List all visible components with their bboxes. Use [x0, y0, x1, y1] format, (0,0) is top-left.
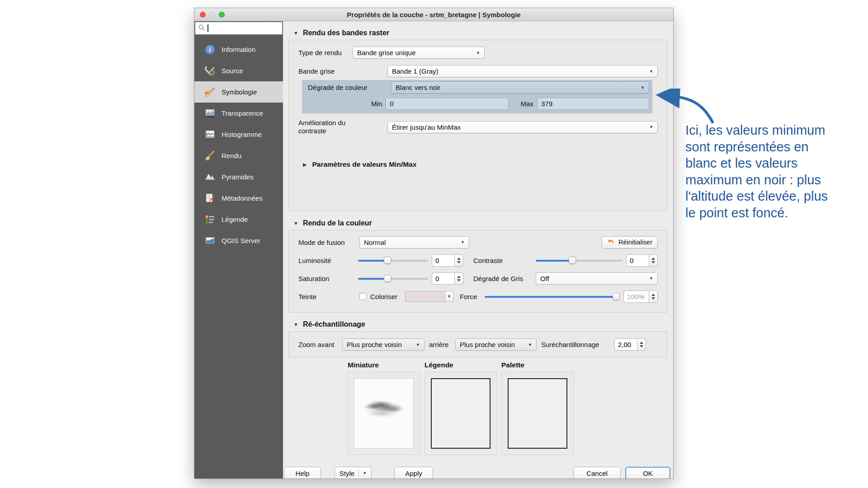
apply-button[interactable]: Apply [394, 467, 433, 479]
brightness-slider[interactable] [358, 257, 428, 264]
stepper-down-icon[interactable] [640, 345, 643, 347]
saturation-slider[interactable] [358, 275, 428, 282]
slider-handle[interactable] [613, 293, 620, 300]
contrast-spinner[interactable]: 0 [626, 254, 658, 267]
annotation-text: Ici, les valeurs minimum sont représenté… [685, 122, 828, 221]
resampling-row: Zoom avant Plus proche voisin ▼ arrière … [298, 338, 658, 351]
thumbnail-box [348, 372, 420, 455]
contrast-slider[interactable] [536, 257, 623, 264]
blend-mode-label: Mode de fusion [298, 239, 359, 246]
max-value: 379 [541, 100, 552, 108]
sidebar: i Information Source Symbologie [194, 21, 283, 479]
sidebar-item-rendu[interactable]: Rendu [194, 145, 283, 166]
degrade-couleur-label: Dégradé de couleur [308, 84, 391, 91]
minmax-params-header[interactable]: ▶ Paramètres de valeurs Min/Max [303, 160, 658, 169]
stepper-up-icon[interactable] [457, 276, 461, 278]
document-pencil-icon [204, 193, 215, 204]
annotation-line: l'altitude est élevée, plus [685, 188, 828, 205]
sidebar-item-histogramme[interactable]: Histogramme [194, 124, 283, 145]
info-icon: i [204, 44, 215, 55]
degrade-couleur-select[interactable]: Blanc vers noir ▼ [391, 81, 649, 94]
zoom-in-select[interactable]: Plus proche voisin ▼ [342, 338, 425, 351]
sidebar-item-information[interactable]: i Information [194, 39, 283, 60]
min-input[interactable]: 0 [386, 98, 509, 110]
slider-handle[interactable] [569, 257, 576, 264]
minimize-button[interactable] [209, 12, 215, 18]
type-de-rendu-value: Bande grise unique [357, 49, 473, 56]
stepper-down-icon[interactable] [651, 297, 655, 300]
colorize-label: Coloriser [370, 293, 397, 300]
color-render-header[interactable]: ▼ Rendu de la couleur [293, 219, 673, 228]
slider-handle[interactable] [384, 275, 391, 282]
zoom-out-select[interactable]: Plus proche voisin ▼ [455, 338, 537, 351]
sidebar-item-legende[interactable]: Légende [194, 209, 283, 230]
text-caret [208, 24, 208, 32]
type-de-rendu-select[interactable]: Bande grise unique ▼ [353, 47, 485, 59]
sidebar-item-label: Histogramme [222, 131, 262, 138]
stepper-up-icon[interactable] [651, 294, 655, 296]
stepper-down-icon[interactable] [457, 261, 461, 263]
layer-properties-dialog: Propriétés de la couche - srtm_bretagne … [194, 8, 674, 479]
chevron-down-icon[interactable]: ▼ [445, 291, 453, 302]
thumbnail-preview: Miniature [348, 361, 420, 455]
sidebar-item-label: Rendu [222, 152, 241, 160]
sidebar-item-transparence[interactable]: Transparence [194, 103, 283, 124]
style-button[interactable]: Style ▼ [335, 467, 372, 479]
raster-thumbnail-image [354, 378, 414, 449]
colorize-checkbox[interactable] [359, 293, 367, 300]
chevron-down-icon: ▼ [293, 30, 298, 36]
palette-label: Palette [501, 361, 574, 370]
oversampling-value: 2,00 [614, 338, 637, 351]
raster-render-header[interactable]: ▼ Rendu des bandes raster [293, 28, 673, 38]
sidebar-item-qgis-server[interactable]: QGIS Server [194, 230, 283, 251]
help-button[interactable]: Help [284, 467, 321, 479]
search-input[interactable] [194, 21, 283, 35]
strength-spinner[interactable]: 100% [623, 291, 658, 303]
bande-grise-row: Bande grise Bande 1 (Gray) ▼ [298, 65, 658, 77]
grayscale-value: Off [540, 275, 646, 282]
sidebar-item-metadonnees[interactable]: Métadonnées [194, 188, 283, 209]
zoom-window-button[interactable] [219, 12, 225, 18]
chevron-down-icon: ▼ [649, 276, 653, 281]
saturation-spinner[interactable]: 0 [432, 272, 463, 285]
degrade-couleur-row: Dégradé de couleur Blanc vers noir ▼ [308, 81, 649, 94]
sidebar-item-pyramides[interactable]: Pyramides [194, 166, 283, 188]
stepper-up-icon[interactable] [651, 258, 655, 260]
sidebar-item-symbologie[interactable]: Symbologie [194, 81, 283, 103]
color-render-groupbox: Mode de fusion Normal ▼ Réinitialiser L [288, 230, 667, 313]
ok-button[interactable]: OK [625, 467, 670, 479]
color-render-title: Rendu de la couleur [303, 219, 372, 227]
close-button[interactable] [200, 12, 206, 18]
sidebar-item-source[interactable]: Source [194, 60, 283, 81]
oversampling-spinner[interactable]: 2,00 [614, 338, 646, 351]
stepper-up-icon[interactable] [457, 258, 461, 260]
resampling-header[interactable]: ▼ Ré-échantillonage [293, 320, 673, 329]
reset-button[interactable]: Réinitialiser [602, 236, 658, 249]
contrast-enhancement-row: Amélioration du contraste Étirer jusqu'a… [298, 119, 658, 135]
strength-slider[interactable] [485, 293, 620, 300]
contrast-enhancement-select[interactable]: Étirer jusqu'au MinMax ▼ [387, 121, 658, 133]
stepper-up-icon[interactable] [640, 342, 643, 344]
hue-strength-row: Teinte Coloriser ▼ Force 100% [298, 290, 658, 303]
brightness-label: Luminosité [298, 257, 358, 264]
bande-grise-select[interactable]: Bande 1 (Gray) ▼ [387, 65, 658, 77]
blend-mode-select[interactable]: Normal ▼ [359, 236, 469, 249]
tools-icon [204, 66, 215, 76]
chevron-right-icon: ▶ [303, 162, 307, 168]
style-label: Style [340, 469, 354, 477]
thumbnail-label: Miniature [348, 361, 420, 370]
blend-mode-value: Normal [364, 239, 458, 246]
stepper-down-icon[interactable] [457, 279, 461, 282]
titlebar[interactable]: Propriétés de la couche - srtm_bretagne … [194, 8, 673, 21]
stepper-down-icon[interactable] [651, 261, 655, 263]
color-swatch [405, 291, 445, 302]
brightness-spinner[interactable]: 0 [432, 254, 463, 267]
slider-handle[interactable] [384, 257, 391, 264]
reset-label: Réinitialiser [618, 239, 652, 246]
colorize-color-swatch[interactable]: ▼ [405, 291, 453, 302]
max-input[interactable]: 379 [537, 98, 649, 110]
annotation-line: le point est foncé. [685, 205, 828, 221]
cancel-button[interactable]: Cancel [573, 467, 621, 479]
grayscale-select[interactable]: Off ▼ [536, 272, 658, 285]
sidebar-item-label: QGIS Server [222, 237, 260, 244]
